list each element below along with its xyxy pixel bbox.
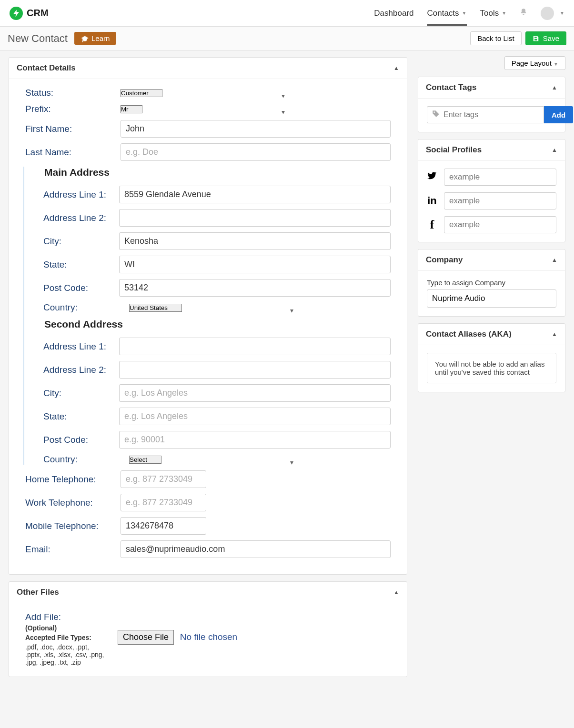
caret-up-icon: ▲ <box>552 147 557 153</box>
second-addr2-input[interactable] <box>119 361 391 379</box>
nav-tools[interactable]: Tools▼ <box>480 1 507 26</box>
contact-aliases-panel: Contact Aliases (AKA)▲ You will not be a… <box>418 323 565 392</box>
caret-up-icon: ▲ <box>552 331 557 338</box>
user-menu[interactable]: ▼ <box>541 7 564 20</box>
main-address-heading: Main Address <box>44 167 391 178</box>
email-input[interactable] <box>121 540 391 558</box>
main-state-label: State: <box>34 259 119 270</box>
second-addr2-label: Address Line 2: <box>34 365 119 375</box>
first-name-label: First Name: <box>25 124 121 134</box>
second-country-select[interactable]: Select <box>129 456 161 464</box>
home-tel-label: Home Telephone: <box>25 474 121 485</box>
main-city-label: City: <box>34 236 119 247</box>
second-addr1-input[interactable] <box>119 338 391 355</box>
main-city-input[interactable] <box>119 232 391 250</box>
caret-up-icon: ▲ <box>552 84 557 91</box>
brand-logo-icon <box>10 7 23 20</box>
first-name-input[interactable] <box>121 120 391 138</box>
caret-up-icon: ▲ <box>552 257 557 263</box>
page-layout-label: Page Layout <box>512 59 552 67</box>
save-label: Save <box>543 34 559 42</box>
second-post-label: Post Code: <box>34 435 119 445</box>
notifications-icon[interactable] <box>520 8 527 18</box>
nav-contacts[interactable]: Contacts▼ <box>427 1 467 26</box>
second-state-label: State: <box>34 411 119 422</box>
main-addr2-input[interactable] <box>119 209 391 227</box>
caret-down-icon: ▼ <box>554 61 558 67</box>
social-profiles-title: Social Profiles <box>426 145 482 155</box>
tags-input[interactable] <box>443 107 539 123</box>
status-select[interactable]: Customer <box>121 89 162 97</box>
facebook-icon: f <box>427 218 437 232</box>
caret-up-icon: ▲ <box>393 65 399 71</box>
other-files-header[interactable]: Other Files ▲ <box>9 582 407 603</box>
learn-button[interactable]: Learn <box>74 32 116 45</box>
second-city-input[interactable] <box>119 384 391 402</box>
company-input[interactable] <box>427 289 556 308</box>
caret-down-icon: ▼ <box>462 10 467 16</box>
second-state-input[interactable] <box>119 408 391 425</box>
last-name-input[interactable] <box>121 143 391 161</box>
social-profiles-panel: Social Profiles▲ in f <box>418 139 565 242</box>
email-label: Email: <box>25 544 121 555</box>
work-tel-input[interactable] <box>121 494 206 511</box>
mobile-tel-input[interactable] <box>121 517 206 535</box>
contact-tags-title: Contact Tags <box>426 83 476 92</box>
contact-details-header[interactable]: Contact Details ▲ <box>9 58 407 79</box>
avatar-icon <box>541 7 554 20</box>
status-label: Status: <box>25 88 121 98</box>
back-to-list-button[interactable]: Back to List <box>470 31 522 45</box>
main-addr2-label: Address Line 2: <box>34 213 119 223</box>
second-country-label: Country: <box>34 454 129 465</box>
second-address-heading: Second Address <box>44 319 391 330</box>
twitter-icon <box>427 171 437 183</box>
choose-file-button[interactable]: Choose File <box>118 630 174 645</box>
caret-down-icon: ▼ <box>502 10 506 16</box>
caret-up-icon: ▲ <box>393 589 399 596</box>
mobile-tel-label: Mobile Telephone: <box>25 521 121 531</box>
contact-aliases-title: Contact Aliases (AKA) <box>426 329 512 339</box>
company-title: Company <box>426 255 463 265</box>
second-post-input[interactable] <box>119 431 391 449</box>
work-tel-label: Work Telephone: <box>25 498 121 508</box>
save-button[interactable]: Save <box>525 31 566 45</box>
home-tel-input[interactable] <box>121 470 206 488</box>
linkedin-input[interactable] <box>444 192 556 209</box>
save-icon <box>533 35 539 42</box>
nav-dashboard[interactable]: Dashboard <box>374 1 413 26</box>
contact-tags-panel: Contact Tags▲ Add <box>418 77 565 132</box>
file-types-label: Accepted File Types: <box>25 634 91 641</box>
company-header[interactable]: Company▲ <box>418 249 565 271</box>
facebook-input[interactable] <box>444 216 556 233</box>
prefix-select[interactable]: Mr <box>121 105 142 113</box>
brand[interactable]: CRM <box>10 7 49 20</box>
last-name-label: Last Name: <box>25 147 121 158</box>
social-profiles-header[interactable]: Social Profiles▲ <box>418 140 565 161</box>
page-title: New Contact <box>8 32 68 45</box>
linkedin-icon: in <box>427 195 437 207</box>
main-addr1-input[interactable] <box>119 186 391 203</box>
contact-aliases-header[interactable]: Contact Aliases (AKA)▲ <box>418 324 565 345</box>
learn-label: Learn <box>91 34 110 42</box>
main-country-label: Country: <box>34 302 129 313</box>
add-tag-button[interactable]: Add <box>544 106 573 123</box>
contact-details-panel: Contact Details ▲ Status: Customer Prefi… <box>9 57 407 575</box>
contact-tags-header[interactable]: Contact Tags▲ <box>418 77 565 99</box>
nav-contacts-label: Contacts <box>427 9 459 18</box>
other-files-panel: Other Files ▲ Add File: (Optional) Accep… <box>9 581 407 677</box>
company-panel: Company▲ Type to assign Company <box>418 249 565 317</box>
contact-details-title: Contact Details <box>17 63 76 73</box>
page-layout-button[interactable]: Page Layout ▼ <box>504 56 565 70</box>
second-addr1-label: Address Line 1: <box>34 341 119 352</box>
twitter-input[interactable] <box>444 169 556 186</box>
prefix-label: Prefix: <box>25 104 121 114</box>
add-file-label: Add File: <box>25 612 106 622</box>
main-post-input[interactable] <box>119 279 391 297</box>
main-state-input[interactable] <box>119 256 391 273</box>
no-file-chosen: No file chosen <box>180 632 237 642</box>
nav-dashboard-label: Dashboard <box>374 9 413 18</box>
caret-down-icon: ▼ <box>560 10 564 16</box>
file-types: .pdf, .doc, .docx, .ppt, .pptx, .xls, .x… <box>25 643 106 666</box>
main-country-select[interactable]: United States <box>129 304 182 312</box>
second-city-label: City: <box>34 388 119 399</box>
